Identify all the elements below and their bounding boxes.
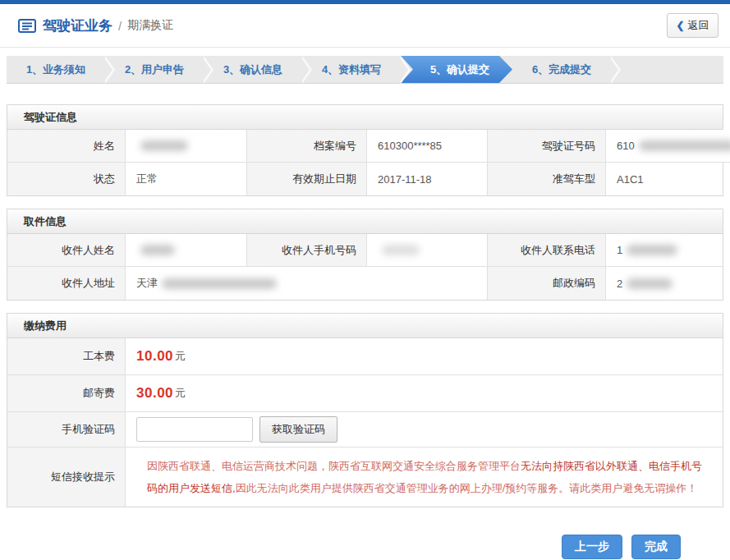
postal-code-label: 邮政编码 bbox=[488, 267, 606, 300]
notice-text-part3: 因此无法向此类用户提供陕西省交通管理业务的网上办理/预约等服务。请此类用户避免无… bbox=[236, 482, 698, 494]
postage-fee-label: 邮寄费 bbox=[7, 375, 126, 412]
step-3-confirm-info: 3、确认信息 bbox=[204, 56, 302, 83]
production-fee-label: 工本费 bbox=[7, 338, 126, 375]
step-label: 3、确认信息 bbox=[223, 62, 282, 77]
recipient-phone-prefix: 1 bbox=[617, 244, 622, 256]
redacted-license-number bbox=[639, 140, 730, 151]
page: 驾驶证业务 / 期满换证 ❮ 返回 1、业务须知 2、用户申告 3、确认信息 4… bbox=[0, 0, 730, 560]
expiry-value: 2017-11-18 bbox=[367, 163, 488, 195]
license-number-value: 610 ( bbox=[606, 130, 730, 163]
pickup-row-2: 收件人地址 天津 邮政编码 2 bbox=[7, 267, 723, 300]
page-title: 驾驶证业务 bbox=[43, 16, 112, 35]
file-number-label: 档案编号 bbox=[247, 130, 367, 163]
sms-code-input[interactable] bbox=[136, 417, 253, 442]
back-button-label: 返回 bbox=[688, 18, 709, 33]
address-label: 收件人地址 bbox=[7, 267, 126, 300]
production-fee-amount: 10.00 bbox=[136, 348, 173, 365]
address-prefix: 天津 bbox=[136, 276, 158, 291]
license-row-1: 姓名 档案编号 610300****85 驾驶证号码 610 ( bbox=[7, 130, 723, 163]
fees-section: 缴纳费用 工本费 10.00 元 邮寄费 30.00 元 手机验证码 获取验证码… bbox=[7, 313, 723, 507]
sms-notice-text: 因陕西省联通、电信运营商技术问题，陕西省互联网交通安全综合服务管理平台无法向持陕… bbox=[136, 448, 723, 507]
step-5-confirm-submit-current: 5、确认提交 bbox=[401, 56, 512, 83]
vehicle-class-value: A1C1 bbox=[606, 163, 723, 195]
redacted-name bbox=[140, 140, 188, 151]
recipient-mobile-label: 收件人手机号码 bbox=[247, 234, 367, 267]
production-fee-unit: 元 bbox=[175, 349, 186, 364]
address-value: 天津 bbox=[126, 267, 488, 300]
page-header: 驾驶证业务 / 期满换证 ❮ 返回 bbox=[0, 4, 730, 48]
recipient-phone-label: 收件人联系电话 bbox=[488, 234, 606, 267]
breadcrumb-divider: / bbox=[118, 19, 122, 33]
recipient-phone-value: 1 bbox=[606, 234, 723, 267]
step-label: 2、用户申告 bbox=[125, 62, 184, 77]
step-label: 4、资料填写 bbox=[322, 62, 381, 77]
step-6-finish-submit: 6、完成提交 bbox=[512, 56, 611, 83]
step-label: 1、业务须知 bbox=[26, 62, 85, 77]
status-value: 正常 bbox=[126, 163, 247, 195]
step-1-business-notice: 1、业务须知 bbox=[7, 56, 105, 83]
license-row-2: 状态 正常 有效期止日期 2017-11-18 准驾车型 A1C1 bbox=[7, 163, 723, 195]
sms-notice-label: 短信接收提示 bbox=[7, 448, 126, 507]
postage-fee-unit: 元 bbox=[175, 386, 186, 401]
finish-button[interactable]: 完成 bbox=[631, 535, 681, 559]
breadcrumb-current: 期满换证 bbox=[127, 18, 173, 33]
license-info-section: 驾驶证信息 姓名 档案编号 610300****85 驾驶证号码 610 ( 状… bbox=[7, 104, 723, 196]
recipient-name-label: 收件人姓名 bbox=[7, 234, 126, 267]
step-4-fill-data: 4、资料填写 bbox=[302, 56, 401, 83]
production-fee-row: 工本费 10.00 元 bbox=[7, 338, 723, 375]
step-label: 5、确认提交 bbox=[430, 62, 489, 77]
notice-text-part1: 因陕西省联通、电信运营商技术问题，陕西省互联网交通安全综合服务管理平台 bbox=[147, 460, 521, 472]
file-number-value: 610300****85 bbox=[367, 130, 488, 163]
license-section-title: 驾驶证信息 bbox=[7, 105, 723, 130]
step-bar-filler bbox=[611, 56, 723, 83]
pickup-section-title: 取件信息 bbox=[7, 209, 723, 234]
production-fee-value: 10.00 元 bbox=[126, 338, 723, 375]
name-label: 姓名 bbox=[7, 130, 126, 163]
back-chevron-icon: ❮ bbox=[676, 20, 684, 31]
footer-actions: 上一步 完成 bbox=[0, 535, 681, 559]
redacted-recipient-mobile bbox=[382, 245, 420, 255]
sms-notice-row: 短信接收提示 因陕西省联通、电信运营商技术问题，陕西省互联网交通安全综合服务管理… bbox=[7, 448, 723, 507]
postal-code-value: 2 bbox=[606, 267, 723, 300]
previous-step-button[interactable]: 上一步 bbox=[562, 535, 622, 559]
recipient-name-value bbox=[126, 234, 247, 267]
status-label: 状态 bbox=[7, 163, 126, 195]
get-sms-code-button[interactable]: 获取验证码 bbox=[259, 416, 337, 443]
recipient-mobile-value bbox=[367, 234, 488, 267]
wizard-step-bar: 1、业务须知 2、用户申告 3、确认信息 4、资料填写 5、确认提交 6、完成提… bbox=[7, 56, 723, 84]
redacted-address bbox=[162, 278, 277, 289]
name-value bbox=[126, 130, 247, 163]
sms-code-row: 手机验证码 获取验证码 bbox=[7, 412, 723, 448]
postage-fee-row: 邮寄费 30.00 元 bbox=[7, 375, 723, 412]
sms-code-field-cell: 获取验证码 bbox=[126, 412, 723, 448]
redacted-recipient-phone bbox=[627, 245, 677, 255]
step-label: 6、完成提交 bbox=[532, 62, 591, 77]
list-icon bbox=[18, 19, 36, 33]
redacted-postal-code bbox=[627, 278, 673, 289]
vehicle-class-label: 准驾车型 bbox=[488, 163, 606, 195]
sms-notice-cell: 因陕西省联通、电信运营商技术问题，陕西省互联网交通安全综合服务管理平台无法向持陕… bbox=[126, 448, 723, 507]
postage-fee-amount: 30.00 bbox=[136, 385, 173, 402]
fees-section-title: 缴纳费用 bbox=[7, 314, 723, 338]
postage-fee-value: 30.00 元 bbox=[126, 375, 723, 412]
postal-code-prefix: 2 bbox=[617, 278, 622, 290]
expiry-label: 有效期止日期 bbox=[247, 163, 367, 195]
license-number-prefix: 610 bbox=[617, 140, 635, 152]
pickup-info-section: 取件信息 收件人姓名 收件人手机号码 收件人联系电话 1 收件人地址 天津 邮政… bbox=[7, 209, 723, 301]
license-number-label: 驾驶证号码 bbox=[488, 130, 606, 163]
pickup-row-1: 收件人姓名 收件人手机号码 收件人联系电话 1 bbox=[7, 234, 723, 267]
step-2-user-declaration: 2、用户申告 bbox=[105, 56, 204, 83]
back-button[interactable]: ❮ 返回 bbox=[667, 13, 719, 38]
redacted-recipient-name bbox=[140, 245, 175, 255]
sms-code-label: 手机验证码 bbox=[7, 412, 126, 448]
